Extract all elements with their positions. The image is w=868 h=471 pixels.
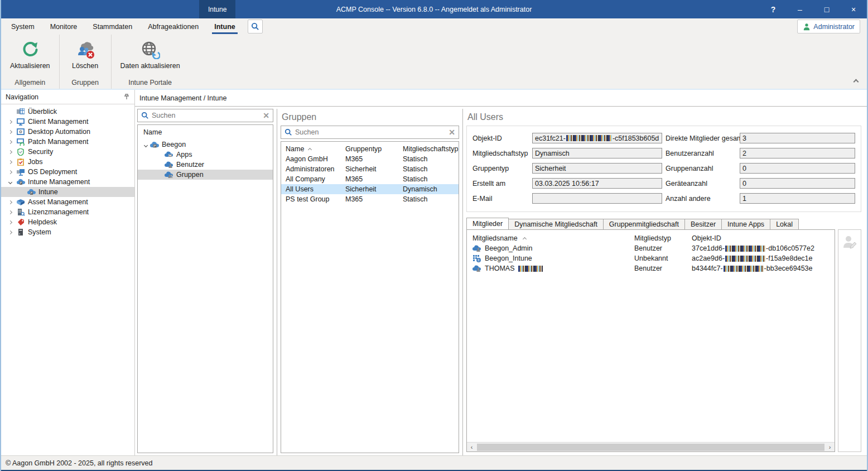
tree-item-beegon[interactable]: Beegon [138, 140, 273, 150]
column-header-mitgliedstyp[interactable]: Mitgliedstyp [634, 234, 692, 242]
statusbar: © Aagon GmbH 2002 - 2025, all rights res… [1, 455, 867, 470]
column-header-name[interactable]: Name [281, 145, 345, 153]
member-row[interactable]: Beegon_Intune Unbekannt ac2ae9d6--f15a9e… [467, 253, 835, 263]
nav-item-helpdesk[interactable]: Helpdesk [1, 217, 134, 227]
field-value-email [532, 193, 662, 204]
group-row[interactable]: Administratoren Sicherheit Statisch [281, 164, 459, 174]
field-value-erstellt-am: 03.03.2025 10:56:17 [532, 178, 662, 189]
redacted-text [725, 256, 765, 262]
tab-lokal[interactable]: Lokal [770, 219, 799, 229]
column-header-mitgliedschaftstyp[interactable]: Mitgliedschaftstyp [403, 145, 459, 153]
titlebar-active-tab[interactable]: Intune [199, 0, 235, 18]
menu-monitore[interactable]: Monitore [42, 18, 85, 35]
cloud-apps-icon [165, 151, 173, 158]
monitor-refresh-icon [16, 138, 25, 146]
groups-search[interactable]: ✕ [281, 126, 459, 139]
member-row[interactable]: Beegon_Admin Benutzer 37ce1dd6--db106c05… [467, 243, 835, 253]
tab-intune-apps[interactable]: Intune Apps [721, 219, 770, 229]
minimize-button[interactable]: – [789, 2, 811, 17]
shield-icon [16, 148, 25, 156]
field-label-gruppentyp: Gruppentyp [472, 165, 532, 172]
menu-system[interactable]: System [3, 18, 42, 35]
tab-mitglieder[interactable]: Mitglieder [466, 218, 509, 229]
tab-besitzer[interactable]: Besitzer [684, 219, 722, 229]
close-button[interactable]: × [842, 2, 865, 17]
nav-item-intune-management[interactable]: Intune Management [1, 177, 134, 187]
menu-stammdaten[interactable]: Stammdaten [85, 18, 140, 35]
tree-item-apps[interactable]: Apps [138, 150, 273, 160]
ribbon: Aktualisieren Allgemein Löschen Grup [1, 35, 867, 90]
tab-dynamische-mitgliedschaft[interactable]: Dynamische Mitgliedschaft [508, 219, 604, 229]
column-header-gruppentyp[interactable]: Gruppentyp [345, 145, 403, 153]
field-value-gruppenanzahl: 0 [740, 163, 855, 174]
menubar: System Monitore Stammdaten Abfrageaktion… [1, 18, 867, 35]
scroll-left-icon[interactable]: ‹ [467, 444, 476, 450]
monitor-icon [16, 118, 25, 126]
tenant-cloud-icon [150, 141, 159, 148]
menu-abfrageaktionen[interactable]: Abfrageaktionen [140, 18, 206, 35]
tree-search-input[interactable] [152, 112, 260, 119]
intune-cloud-icon [27, 188, 36, 196]
groups-search-input[interactable] [295, 128, 446, 136]
member-row[interactable]: THOMAS Benutzer b4344fc7--bb3ece69453e [467, 263, 835, 273]
menu-search-button[interactable] [248, 20, 263, 33]
member-actions-panel [838, 229, 861, 452]
clear-search-icon[interactable]: ✕ [263, 112, 269, 119]
nav-item-lizenzmanagement[interactable]: Lizenzmanagement [1, 207, 134, 217]
groups-panel-title: Gruppen [281, 109, 459, 126]
help-button[interactable]: ? [762, 2, 784, 17]
members-table: Mitgliedsname Mitgliedstyp Objekt-ID Bee… [466, 229, 835, 452]
nav-item-ueberblick[interactable]: Überblick [1, 107, 134, 117]
edit-user-icon[interactable] [842, 234, 857, 451]
refresh-icon [20, 39, 41, 60]
scroll-right-icon[interactable]: › [825, 444, 835, 450]
tree-column-name[interactable]: Name [138, 127, 273, 140]
search-icon [284, 128, 292, 136]
group-row[interactable]: PS test Group M365 Statisch [281, 194, 459, 204]
field-value-gruppentyp: Sicherheit [532, 163, 662, 174]
nav-item-jobs[interactable]: Jobs [1, 157, 134, 167]
maximize-button[interactable]: □ [816, 2, 838, 17]
horizontal-scrollbar[interactable]: ‹ › [467, 442, 835, 451]
panel-splitter[interactable] [277, 109, 277, 455]
tree-search[interactable]: ✕ [137, 109, 273, 122]
nav-item-asset-management[interactable]: Asset Management [1, 197, 134, 207]
group-row-selected[interactable]: All Users Sicherheit Dynamisch [281, 184, 459, 194]
clear-search-icon[interactable]: ✕ [449, 128, 455, 136]
nav-item-system[interactable]: System [1, 227, 134, 237]
menu-intune[interactable]: Intune [206, 18, 243, 35]
field-value-mitgliedschaftstyp: Dynamisch [532, 148, 662, 158]
tree-item-gruppen[interactable]: Gruppen [138, 170, 273, 180]
nav-item-security[interactable]: Security [1, 147, 134, 157]
sort-asc-icon [523, 237, 527, 241]
ticket-icon [16, 218, 25, 226]
group-row[interactable]: Aagon GmbH M365 Statisch [281, 154, 459, 164]
loeschen-button[interactable]: Löschen [63, 37, 108, 72]
scrollbar-thumb[interactable] [477, 444, 824, 451]
tab-gruppenmitgliedschaft[interactable]: Gruppenmitgliedschaft [603, 219, 685, 229]
nav-item-desktop-automation[interactable]: Desktop Automation [1, 127, 134, 137]
ribbon-group-gruppen: Löschen Gruppen [59, 35, 111, 89]
field-value-anzahl-andere: 1 [740, 193, 855, 204]
ribbon-collapse-button[interactable] [854, 78, 858, 85]
titlebar: ACMP Console -- Version 6.8.0 -- Angemel… [1, 0, 867, 18]
pin-icon[interactable] [123, 94, 130, 100]
field-value-objekt-id: ec31fc21--c5f1853b605d [532, 133, 662, 143]
nav-item-client-management[interactable]: Client Management [1, 117, 134, 127]
nav-item-intune[interactable]: Intune [1, 187, 134, 197]
details-title: All Users [466, 109, 861, 126]
panel-splitter[interactable] [462, 109, 463, 455]
daten-aktualisieren-button[interactable]: Daten aktualisieren [115, 37, 186, 72]
aktualisieren-button[interactable]: Aktualisieren [4, 37, 56, 72]
group-row[interactable]: All Company M365 Statisch [281, 174, 459, 184]
groups-panel: Gruppen ✕ Name Gruppentyp Mitgliedschaft… [281, 109, 459, 455]
nav-item-os-deployment[interactable]: OS Deployment [1, 167, 134, 177]
column-header-objekt-id[interactable]: Objekt-ID [692, 234, 835, 242]
column-header-mitgliedsname[interactable]: Mitgliedsname [467, 234, 634, 242]
field-value-geraeteanzahl: 0 [740, 178, 855, 189]
field-label-email: E-Mail [472, 195, 532, 203]
nav-item-patch-management[interactable]: Patch Management [1, 137, 134, 147]
tree-item-benutzer[interactable]: Benutzer [138, 160, 273, 170]
administrator-button[interactable]: Administrator [797, 20, 860, 33]
group-details-fields: Objekt-ID ec31fc21--c5f1853b605d Mitglie… [466, 126, 861, 212]
